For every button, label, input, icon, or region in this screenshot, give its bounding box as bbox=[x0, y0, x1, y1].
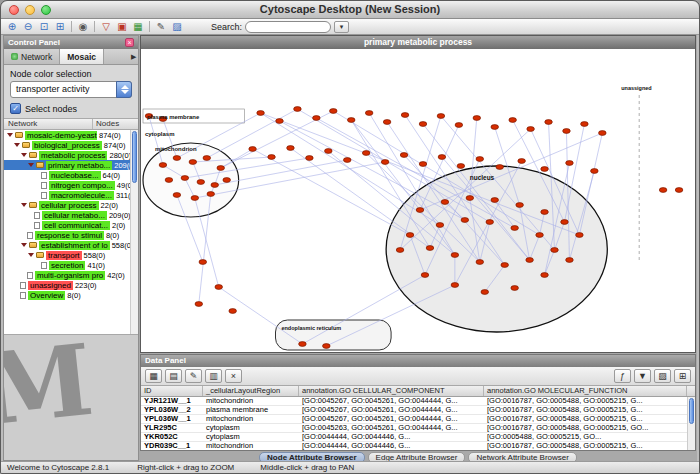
create-network-icon[interactable]: ▣ bbox=[114, 20, 130, 33]
network-node[interactable] bbox=[457, 164, 465, 169]
snapshot-icon[interactable]: ◉ bbox=[75, 20, 91, 33]
minimize-window-icon[interactable] bbox=[25, 5, 35, 15]
network-node[interactable] bbox=[197, 180, 205, 185]
close-window-icon[interactable] bbox=[9, 5, 19, 15]
network-node[interactable] bbox=[563, 129, 571, 134]
tree-column-nodes[interactable]: Nodes bbox=[93, 119, 138, 129]
network-node[interactable] bbox=[491, 198, 499, 203]
network-node[interactable] bbox=[466, 196, 474, 201]
network-node[interactable] bbox=[223, 178, 231, 183]
network-node[interactable] bbox=[501, 263, 509, 268]
network-canvas-svg[interactable]: plasma membranecytoplasmmitochondrionnuc… bbox=[141, 49, 695, 352]
network-node[interactable] bbox=[561, 220, 569, 225]
tree-row[interactable]: mosaic-demo-yeast874(0) bbox=[4, 130, 130, 140]
network-node[interactable] bbox=[215, 285, 223, 290]
network-node[interactable] bbox=[476, 157, 484, 162]
network-edge[interactable] bbox=[219, 287, 303, 344]
network-node[interactable] bbox=[486, 220, 494, 225]
table-row[interactable]: YDR039C__1mitochondrion[GO:0044444, GO:0… bbox=[141, 442, 695, 450]
network-node[interactable] bbox=[581, 122, 589, 127]
zoom-selected-icon[interactable]: ⊡ bbox=[36, 20, 52, 33]
network-node[interactable] bbox=[491, 125, 499, 130]
network-node[interactable] bbox=[566, 258, 574, 263]
map-attribute-icon[interactable]: ▼ bbox=[634, 369, 651, 383]
network-node[interactable] bbox=[191, 196, 199, 201]
network-node[interactable] bbox=[268, 155, 276, 160]
network-node[interactable] bbox=[195, 302, 203, 307]
zoom-window-icon[interactable] bbox=[41, 5, 51, 15]
network-node[interactable] bbox=[516, 203, 524, 208]
table-scrollbar[interactable] bbox=[687, 397, 695, 450]
network-node[interactable] bbox=[203, 156, 211, 161]
network-node[interactable] bbox=[518, 159, 526, 164]
network-node[interactable] bbox=[438, 155, 446, 160]
network-node[interactable] bbox=[436, 223, 444, 228]
tree-row[interactable]: nitrogen compo...49(0) bbox=[4, 180, 130, 190]
network-node[interactable] bbox=[599, 131, 607, 136]
tab-scroll-right-button[interactable]: ▶ bbox=[125, 49, 138, 64]
network-node[interactable] bbox=[294, 107, 302, 112]
network-node[interactable] bbox=[426, 246, 434, 251]
network-node[interactable] bbox=[323, 344, 331, 349]
network-node[interactable] bbox=[381, 160, 389, 165]
network-overview-icon[interactable]: ▦ bbox=[130, 20, 146, 33]
table-row[interactable]: YKR052Ccytoplasm[GO:0044444, GO:0044446,… bbox=[141, 433, 695, 442]
search-input[interactable] bbox=[245, 21, 331, 33]
tree-scrollbar-thumb[interactable] bbox=[132, 131, 137, 183]
tree-row[interactable]: establishment of lo558(0) bbox=[4, 240, 130, 250]
network-node[interactable] bbox=[276, 119, 284, 124]
grid-icon[interactable]: ⊞ bbox=[674, 369, 691, 383]
tree-row[interactable]: macromolecule...311(0) bbox=[4, 190, 130, 200]
annotation-icon[interactable]: ✎ bbox=[153, 20, 169, 33]
network-node[interactable] bbox=[527, 127, 535, 132]
control-panel-header[interactable]: Control Panel × bbox=[4, 36, 138, 49]
network-node[interactable] bbox=[189, 160, 197, 165]
tree-row[interactable]: metabolic process280(0) bbox=[4, 150, 130, 160]
network-node[interactable] bbox=[496, 165, 504, 170]
network-node[interactable] bbox=[365, 111, 373, 116]
node-color-combobox[interactable]: transporter activity bbox=[10, 81, 132, 98]
network-node[interactable] bbox=[526, 258, 534, 263]
column-header[interactable]: _cellularLayoutRegion bbox=[203, 386, 299, 396]
table-row[interactable]: YJR121W__1mitochondrion[GO:0045267, GO:0… bbox=[141, 397, 695, 406]
table-row[interactable]: YPL036W__1mitochondrion[GO:0045267, GO:0… bbox=[141, 415, 695, 424]
expand-icon[interactable] bbox=[21, 153, 27, 157]
network-node[interactable] bbox=[591, 169, 599, 174]
network-node[interactable] bbox=[451, 283, 459, 288]
tree-row[interactable]: unassigned223(0) bbox=[4, 280, 130, 290]
network-view-titlebar[interactable]: primary metabolic process bbox=[141, 36, 695, 49]
network-canvas[interactable]: plasma membranecytoplasmmitochondrionnuc… bbox=[141, 49, 695, 352]
expand-icon[interactable] bbox=[28, 163, 34, 167]
network-node[interactable] bbox=[211, 183, 219, 188]
network-node[interactable] bbox=[481, 290, 489, 295]
hide-selected-icon[interactable]: ▽ bbox=[98, 20, 114, 33]
zoom-in-icon[interactable]: ⊕ bbox=[4, 20, 20, 33]
network-node[interactable] bbox=[675, 188, 683, 193]
network-node[interactable] bbox=[536, 233, 544, 238]
network-node[interactable] bbox=[419, 162, 427, 167]
network-node[interactable] bbox=[437, 114, 445, 119]
network-edge[interactable] bbox=[280, 121, 465, 220]
table-row[interactable]: YLR295Ccytoplasm[GO:0045263, GO:0045261,… bbox=[141, 424, 695, 433]
network-node[interactable] bbox=[299, 342, 307, 347]
network-node[interactable] bbox=[396, 248, 404, 253]
control-panel-close-icon[interactable]: × bbox=[125, 38, 134, 47]
network-node[interactable] bbox=[217, 166, 225, 171]
network-node[interactable] bbox=[207, 192, 215, 197]
tree-row[interactable]: cell communicat...2(0) bbox=[4, 220, 130, 230]
tree-scrollbar[interactable] bbox=[130, 130, 138, 334]
function-builder-icon[interactable]: ƒ bbox=[614, 369, 631, 383]
network-node[interactable] bbox=[421, 273, 429, 278]
tree-row[interactable]: primary metabo...209(0) bbox=[4, 160, 130, 170]
network-node[interactable] bbox=[173, 193, 181, 198]
network-node[interactable] bbox=[461, 218, 469, 223]
network-node[interactable] bbox=[400, 153, 408, 158]
network-node[interactable] bbox=[313, 116, 321, 121]
network-node[interactable] bbox=[455, 123, 463, 128]
network-node[interactable] bbox=[257, 111, 265, 116]
data-panel-header[interactable]: Data Panel bbox=[141, 355, 695, 367]
network-node[interactable] bbox=[165, 178, 173, 183]
network-node[interactable] bbox=[576, 233, 584, 238]
tree-row[interactable]: cellular process22(0) bbox=[4, 200, 130, 210]
tab-mosaic[interactable]: Mosaic bbox=[60, 49, 104, 64]
